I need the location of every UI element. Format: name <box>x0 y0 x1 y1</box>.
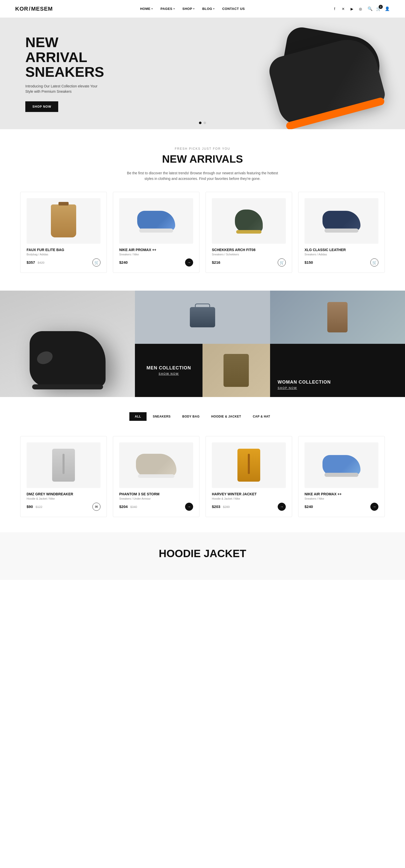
banner-center-column: MEN COLLECTION SHOW NOW <box>135 290 270 397</box>
user-icon[interactable]: 👤 <box>385 6 390 11</box>
price-container: $90 $122 <box>27 504 42 509</box>
banner-shoe <box>0 290 135 397</box>
cart-button[interactable]: 🛒 0 <box>376 6 381 11</box>
product-name: FAUX FUR ELITE BAG <box>27 248 100 252</box>
nav-item-shop[interactable]: SHOP ▾ <box>182 7 195 11</box>
product-price: $203 <box>212 504 220 509</box>
product-category: Bodybag / Adidas <box>27 253 100 256</box>
nav-item-pages[interactable]: PAGES ▾ <box>161 7 175 11</box>
add-to-cart-button[interactable]: → <box>185 258 193 267</box>
filter-tab-bodybag[interactable]: BODY BAG <box>177 412 205 421</box>
add-to-cart-button[interactable]: → <box>185 503 193 511</box>
filter-tab-all[interactable]: ALL <box>129 412 147 421</box>
product-card: NIKE AIR PROMAX ++ Sneakers / Nike $240 … <box>298 436 385 517</box>
hoodie-jacket-title: HOODIE JACKET <box>20 548 385 560</box>
product-category: Sneakers / Under Armour <box>119 497 193 500</box>
youtube-icon[interactable]: ▶ <box>349 6 355 11</box>
hero-cta-button[interactable]: SHOP NOW <box>25 101 58 112</box>
new-arrivals-desc: Be the first to discover the latest tren… <box>127 170 278 182</box>
product-price-row: $204 $340 → <box>119 503 193 511</box>
filter-tab-sneakers[interactable]: SNEAKERS <box>147 412 176 421</box>
new-arrivals-subtitle: FRESH PICKS JUST FOR YOU <box>20 147 385 151</box>
filter-tab-hoodie[interactable]: HOODIE & JACKET <box>206 412 247 421</box>
product-card: NIKE AIR PROMAX ++ Sneakers / Nike $240 … <box>113 192 199 273</box>
chevron-down-icon: ▾ <box>193 7 195 10</box>
chevron-down-icon: ▾ <box>151 7 153 10</box>
hero-section: NEW ARRIVAL SNEAKERS Introducing Our Lat… <box>0 18 405 129</box>
price-container: $357 $420 <box>27 260 44 265</box>
backpack-visual <box>51 205 76 238</box>
product-card: FAUX FUR ELITE BAG Bodybag / Adidas $357… <box>20 192 107 273</box>
product-category: Sneakers / Nike <box>119 253 193 256</box>
product-image <box>119 442 193 488</box>
filtered-products-section: DMZ GREY WINDBREAKER Hoodie & Jacket / N… <box>0 436 405 532</box>
product-price: $240 <box>305 504 313 509</box>
add-to-cart-button[interactable]: 🛒 <box>278 258 286 267</box>
facebook-icon[interactable]: f <box>332 6 337 11</box>
product-name: SCHEKKERS ARCH FIT08 <box>212 248 286 252</box>
price-container: $204 $340 <box>119 504 137 509</box>
add-to-cart-button[interactable]: → <box>278 503 286 511</box>
dot-1[interactable] <box>199 122 201 124</box>
product-name: NIKE AIR PROMAX ++ <box>305 492 378 496</box>
logo-text: KOR/MESEM <box>15 6 53 12</box>
filtered-products-grid: DMZ GREY WINDBREAKER Hoodie & Jacket / N… <box>20 436 385 517</box>
woman-collection-cta[interactable]: SHOP NOW <box>278 386 297 390</box>
banner-woman-collection: WOMAN COLLECTION SHOP NOW <box>270 344 405 397</box>
hoodie-jacket-section: HOODIE JACKET <box>0 532 405 580</box>
add-to-cart-button[interactable]: → <box>370 503 378 511</box>
nav-item-contact[interactable]: CONTACT US <box>222 7 245 11</box>
jacket-yellow-visual <box>237 449 260 482</box>
product-price: $357 <box>27 260 35 265</box>
product-price: $204 <box>119 504 128 509</box>
product-card: SCHEKKERS ARCH FIT08 Sneakers / Schekker… <box>206 192 292 273</box>
chevron-down-icon: ▾ <box>173 7 175 10</box>
banner-bag <box>135 290 270 344</box>
product-card: XLG CLASSIC LEATHER Sneakers / Adidas $1… <box>298 192 385 273</box>
jacket-grey-visual <box>52 449 75 482</box>
hero-title: NEW ARRIVAL SNEAKERS <box>25 35 101 80</box>
product-image <box>212 198 286 244</box>
new-arrivals-grid: FAUX FUR ELITE BAG Bodybag / Adidas $357… <box>20 192 385 273</box>
product-category: Sneakers / Schekkers <box>212 253 286 256</box>
product-price-row: $150 🛒 <box>305 258 378 267</box>
product-name: DMZ GREY WINDBREAKER <box>27 492 100 496</box>
bag-visual <box>190 307 215 327</box>
product-price-row: $90 $122 ✉ <box>27 503 100 511</box>
product-category: Sneakers / Nike <box>305 497 378 500</box>
hero-description: Introducing Our Latest Collection elevat… <box>25 84 101 94</box>
add-to-cart-button[interactable]: 🛒 <box>92 258 100 267</box>
filter-tab-cap[interactable]: CAP & HAT <box>247 412 276 421</box>
instagram-icon[interactable]: ◎ <box>358 6 363 11</box>
men-collection-label: MEN COLLECTION <box>146 365 191 371</box>
product-price-row: $357 $420 🛒 <box>27 258 100 267</box>
product-image <box>212 442 286 488</box>
dot-2[interactable] <box>204 122 206 124</box>
product-image <box>305 442 378 488</box>
search-icon[interactable]: 🔍 <box>368 6 373 11</box>
banner-right-column: WOMAN COLLECTION SHOP NOW <box>270 290 405 397</box>
product-category: Hoodie & Jacket / Nike <box>212 497 286 500</box>
product-original-price: $340 <box>130 505 137 509</box>
men-collection-cta[interactable]: SHOW NOW <box>159 372 179 375</box>
add-to-cart-button[interactable]: 🛒 <box>370 258 378 267</box>
product-price-row: $240 → <box>305 503 378 511</box>
product-original-price: $122 <box>35 505 42 509</box>
product-image <box>305 198 378 244</box>
nav-item-home[interactable]: HOME ▾ <box>140 7 153 11</box>
filter-section: ALL SNEAKERS BODY BAG HOODIE & JACKET CA… <box>0 397 405 436</box>
chevron-down-icon: ▾ <box>213 7 215 10</box>
hero-content: NEW ARRIVAL SNEAKERS Introducing Our Lat… <box>0 20 127 127</box>
nav-item-blog[interactable]: BLOG ▾ <box>202 7 215 11</box>
logo[interactable]: KOR/MESEM <box>15 6 53 12</box>
product-name: HARVEY WINTER JACKET <box>212 492 286 496</box>
product-price: $90 <box>27 504 33 509</box>
jacket-right-visual <box>224 354 249 387</box>
product-price: $150 <box>305 260 313 265</box>
product-image <box>27 198 100 244</box>
sneaker-blue2-visual <box>323 455 361 475</box>
price-container: $203 $289 <box>212 504 230 509</box>
wishlist-button[interactable]: ✉ <box>92 503 100 511</box>
product-price-row: $203 $289 → <box>212 503 286 511</box>
twitter-icon[interactable]: ✕ <box>341 6 346 11</box>
